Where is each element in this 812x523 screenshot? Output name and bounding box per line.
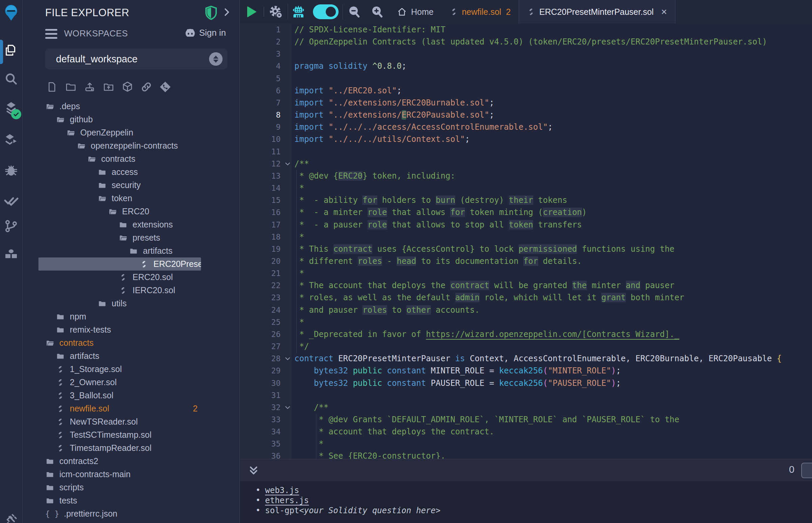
code-line-13[interactable]: 13 * @dev {ERC20} token, including:: [240, 170, 812, 182]
tree-item-readme-txt[interactable]: README.txt: [38, 520, 201, 523]
code-line-35[interactable]: 35 *: [240, 438, 812, 450]
zoom-in-button[interactable]: [366, 0, 389, 23]
code-line-3[interactable]: 3: [240, 48, 812, 60]
code-line-2[interactable]: 2// OpenZeppelin Contracts (last updated…: [240, 36, 812, 48]
tree-item-icm-contracts-main[interactable]: icm-contracts-main: [38, 468, 201, 481]
terminal-header[interactable]: 0: [240, 459, 812, 481]
library-link[interactable]: web3.js: [265, 485, 299, 495]
search-icon[interactable]: [0, 71, 22, 86]
plugin-manager-icon[interactable]: [0, 247, 22, 263]
close-tab-icon[interactable]: ×: [661, 7, 667, 17]
create-folder-icon[interactable]: [64, 80, 77, 94]
run-script-button[interactable]: [240, 0, 264, 23]
library-link[interactable]: ethers.js: [265, 495, 309, 505]
tree-item-contracts[interactable]: contracts: [38, 152, 201, 165]
code-editor[interactable]: 1// SPDX-License-Identifier: MIT2// Open…: [240, 23, 812, 459]
tree-item-token[interactable]: token: [38, 192, 201, 205]
github-sign-in-button[interactable]: Sign in: [184, 28, 226, 38]
tree-item--prettierrc-json[interactable]: { }.prettierrc.json: [38, 507, 201, 520]
tree-item-3-ballot-sol[interactable]: 3_Ballot.sol: [38, 389, 201, 402]
code-line-27[interactable]: 27 */: [240, 340, 812, 353]
solidity-compiler-icon[interactable]: [0, 101, 22, 116]
code-line-28[interactable]: 28contract ERC20PresetMinterPauser is Co…: [240, 353, 812, 365]
clone-git-repository-icon[interactable]: [158, 80, 172, 94]
tree-item-erc20presetminterpauser-[interactable]: ERC20PresetMinterPauser...: [38, 257, 201, 271]
code-line-34[interactable]: 34 * account that deploys the contract.: [240, 426, 812, 438]
git-icon[interactable]: [0, 218, 22, 234]
create-file-icon[interactable]: [45, 80, 59, 94]
code-line-17[interactable]: 17 * - a pauser role that allows to stop…: [240, 219, 812, 231]
code-line-24[interactable]: 24 * and pauser roles to other accounts.: [240, 304, 812, 316]
tree-item-openzeppelin[interactable]: OpenZeppelin: [38, 126, 201, 139]
import-https-link-icon[interactable]: [140, 80, 153, 94]
tree-item-newtsreader-sol[interactable]: NewTSReader.sol: [38, 415, 201, 428]
tree-item-artifacts[interactable]: artifacts: [38, 349, 201, 363]
code-line-9[interactable]: 9import "../../../access/AccessControlEn…: [240, 121, 812, 133]
ai-copilot-toggle[interactable]: [309, 0, 342, 23]
tree-item-erc20[interactable]: ERC20: [38, 205, 201, 218]
fold-chevron-icon[interactable]: [281, 401, 294, 414]
ai-copilot-button[interactable]: [288, 0, 309, 23]
listen-on-network-checkbox[interactable]: [801, 463, 812, 478]
settings-plug-icon[interactable]: [0, 512, 22, 523]
debugger-icon[interactable]: [0, 162, 22, 178]
compile-and-run-button[interactable]: [264, 0, 288, 23]
code-line-31[interactable]: 31: [240, 389, 812, 401]
code-line-22[interactable]: 22 * The account that deploys the contra…: [240, 279, 812, 291]
tab-home[interactable]: Home: [389, 0, 442, 23]
tree-item-ierc20-sol[interactable]: IERC20.sol: [38, 284, 201, 297]
tree-item-github[interactable]: github: [38, 113, 201, 126]
code-line-16[interactable]: 16 * - a minter role that allows for tok…: [240, 206, 812, 218]
file-explorer-icon[interactable]: [0, 42, 22, 58]
code-line-36[interactable]: 36 * See {ERC20-constructor}.: [240, 450, 812, 459]
tree-item-2-owner-sol[interactable]: 2_Owner.sol: [38, 376, 201, 389]
code-line-14[interactable]: 14 *: [240, 182, 812, 194]
tree-item-extensions[interactable]: extensions: [38, 218, 201, 231]
import-ipfs-cube-icon[interactable]: [121, 80, 134, 94]
tree-item-access[interactable]: access: [38, 165, 201, 179]
code-line-12[interactable]: 12/**: [240, 158, 812, 170]
code-line-15[interactable]: 15 * - ability for holders to burn (dest…: [240, 194, 812, 206]
tree-item-newfile-sol[interactable]: newfile.sol2: [38, 402, 201, 415]
tree-item--deps[interactable]: .deps: [38, 100, 201, 113]
fold-chevron-icon[interactable]: [281, 158, 294, 170]
workspace-select[interactable]: default_workspace: [45, 49, 227, 69]
tree-item-timestampreader-sol[interactable]: TimestampReader.sol: [38, 441, 201, 455]
remix-logo-icon[interactable]: [0, 3, 22, 22]
code-line-25[interactable]: 25 *: [240, 316, 812, 328]
code-line-26[interactable]: 26 * _Deprecated in favor of https://wiz…: [240, 328, 812, 340]
workspaces-menu-icon[interactable]: [45, 29, 57, 41]
code-line-18[interactable]: 18 *: [240, 231, 812, 243]
tree-item-scripts[interactable]: scripts: [38, 481, 201, 494]
fold-chevron-icon[interactable]: [281, 353, 294, 365]
code-line-10[interactable]: 10import "../../../utils/Context.sol";: [240, 133, 812, 145]
code-line-30[interactable]: 30 bytes32 public constant PAUSER_ROLE =…: [240, 377, 812, 389]
code-line-19[interactable]: 19 * This contract uses {AccessControl} …: [240, 243, 812, 255]
unit-testing-icon[interactable]: [0, 193, 22, 209]
tab-erc20presetminterpauser-sol[interactable]: ERC20PresetMinterPauser.sol×: [519, 0, 675, 23]
tree-item-erc20-sol[interactable]: ERC20.sol: [38, 271, 201, 284]
code-line-8[interactable]: 8import "../extensions/ERC20Pausable.sol…: [240, 109, 812, 121]
code-line-32[interactable]: 32 /**: [240, 401, 812, 414]
code-line-6[interactable]: 6import "../ERC20.sol";: [240, 85, 812, 97]
tree-item-openzeppelin-contracts[interactable]: openzeppelin-contracts: [38, 139, 201, 152]
scam-alert-shield-icon[interactable]: [204, 5, 218, 22]
tree-item-artifacts[interactable]: artifacts: [38, 244, 201, 257]
code-line-7[interactable]: 7import "../extensions/ERC20Burnable.sol…: [240, 97, 812, 109]
code-line-20[interactable]: 20 * different roles - head to its docum…: [240, 255, 812, 267]
code-line-1[interactable]: 1// SPDX-License-Identifier: MIT: [240, 23, 812, 36]
tree-item-1-storage-sol[interactable]: 1_Storage.sol: [38, 363, 201, 376]
upload-folder-icon[interactable]: [102, 80, 115, 94]
code-line-29[interactable]: 29 bytes32 public constant MINTER_ROLE =…: [240, 365, 812, 377]
terminal-line[interactable]: •web3.js: [240, 485, 812, 495]
tree-item-contracts[interactable]: contracts: [38, 336, 201, 349]
upload-file-icon[interactable]: [83, 80, 96, 94]
tree-item-remix-tests[interactable]: remix-tests: [38, 323, 201, 336]
deploy-and-run-icon[interactable]: [0, 132, 22, 148]
tab-newfile-sol[interactable]: newfile.sol2: [442, 0, 519, 23]
code-line-11[interactable]: 11: [240, 146, 812, 158]
tree-item-utils[interactable]: utils: [38, 297, 201, 310]
code-line-23[interactable]: 23 * roles, as well as the default admin…: [240, 291, 812, 304]
code-line-4[interactable]: 4pragma solidity ^0.8.0;: [240, 60, 812, 72]
code-line-21[interactable]: 21 *: [240, 267, 812, 279]
